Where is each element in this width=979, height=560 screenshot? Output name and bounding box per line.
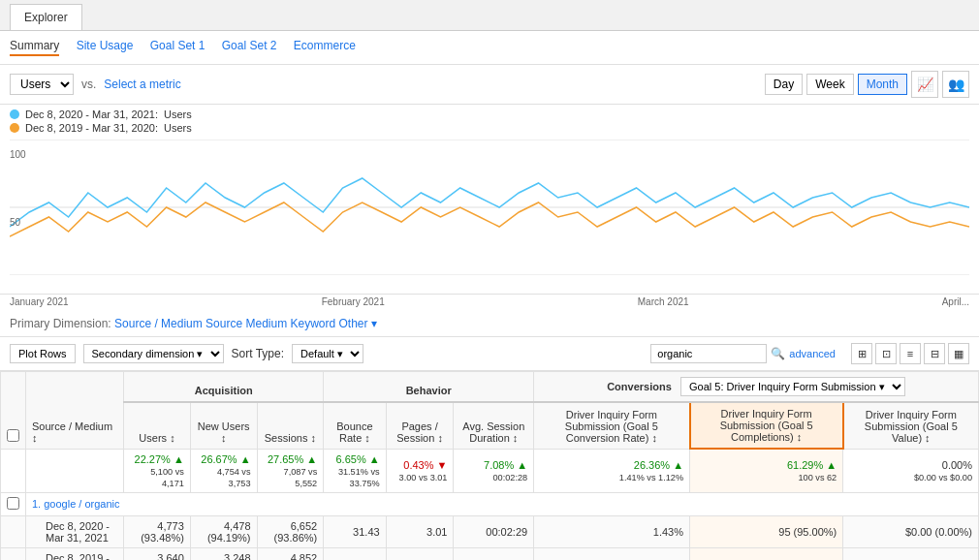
explorer-tab[interactable]: Explorer <box>10 4 82 30</box>
th-users[interactable]: Users ↕ <box>124 402 191 449</box>
th-source-medium[interactable]: Source / Medium ↕ <box>26 372 124 450</box>
legend-metric-2: Users <box>164 122 192 134</box>
totals-users: 22.27% ▲ 5,100 vs 4,171 <box>124 449 191 492</box>
day-button[interactable]: Day <box>765 74 803 95</box>
totals-conv-rate-detail: 1.41% vs 1.12% <box>619 473 683 482</box>
tab-bar: Explorer <box>0 0 979 31</box>
dim-other[interactable]: Other ▾ <box>339 317 377 330</box>
row1-link[interactable]: google / organic <box>44 498 119 510</box>
chart-area: 100 50 <box>0 140 979 295</box>
pivot-view-icon[interactable]: ⊟ <box>924 343 945 364</box>
x-label-mar: March 2021 <box>638 296 689 307</box>
totals-sessions: 27.65% ▲ 7,087 vs 5,552 <box>257 449 324 492</box>
sort-type-label: Sort Type: <box>232 347 284 360</box>
row1-sub1-value: $0.00 (0.00%) <box>843 515 979 547</box>
legend-period-2: Dec 8, 2019 - Mar 31, 2020: <box>25 122 158 134</box>
select-metric-link[interactable]: Select a metric <box>104 78 180 91</box>
totals-completions: 61.29% ▲ 100 vs 62 <box>690 449 843 492</box>
totals-bounce-rate: 6.65% ▲ 31.51% vs 33.75% <box>324 449 386 492</box>
advanced-link[interactable]: advanced <box>789 348 836 359</box>
select-all-checkbox[interactable] <box>1 372 26 450</box>
row1-sub1: Dec 8, 2020 - Mar 31, 2021 4,773 (93.48%… <box>1 515 979 547</box>
totals-duration-detail: 00:02:28 <box>493 473 528 482</box>
legend-dot-2 <box>10 123 19 133</box>
tab-goal-set1[interactable]: Goal Set 1 <box>150 39 205 52</box>
row1-sub2-value: $0.00 (0.00%) <box>843 547 979 560</box>
th-new-users[interactable]: New Users ↕ <box>190 402 257 449</box>
row1-sub2-label: Dec 8, 2019 - Mar 31, 2020 <box>26 547 124 560</box>
comparison-view-icon[interactable]: ⊡ <box>875 343 897 364</box>
sub-tabs: Summary Site Usage Goal Set 1 Goal Set 2… <box>0 31 979 65</box>
row1-sub2-conv-rate: 1.07% <box>534 547 690 560</box>
dim-keyword[interactable]: Keyword <box>291 317 336 330</box>
chart-line-icon[interactable]: 📈 <box>911 71 938 98</box>
time-selector: Day Week Month 📈 👥 <box>765 71 969 98</box>
list-view-icon[interactable]: ≡ <box>900 343 921 364</box>
totals-row: 22.27% ▲ 5,100 vs 4,171 26.67% ▲ 4,754 v… <box>1 449 979 492</box>
week-button[interactable]: Week <box>806 74 853 95</box>
search-input[interactable] <box>650 344 767 363</box>
th-avg-duration[interactable]: Avg. Session Duration ↕ <box>454 402 534 449</box>
row1-sub2-sessions: 4,852 (87.39%) <box>257 547 324 560</box>
month-button[interactable]: Month <box>858 74 907 95</box>
data-table: Source / Medium ↕ Acquisition Behavior C… <box>0 371 979 560</box>
th-sessions[interactable]: Sessions ↕ <box>257 402 324 449</box>
totals-bounce-pct: 6.65% ▲ <box>336 453 380 465</box>
totals-label <box>26 449 124 492</box>
sort-type-select[interactable]: Default ▾ <box>292 344 363 363</box>
y-label-100: 100 <box>10 149 26 160</box>
row1-sub1-sessions: 6,652 (93.86%) <box>257 515 324 547</box>
search-box: 🔍 advanced <box>650 344 836 363</box>
row1-sub1-completions: 95 (95.00%) <box>690 515 843 547</box>
totals-conv-rate: 26.36% ▲ 1.41% vs 1.12% <box>534 449 690 492</box>
x-axis: January 2021 February 2021 March 2021 Ap… <box>0 295 979 311</box>
row1-sub1-users: 4,773 (93.48%) <box>124 515 191 547</box>
row1-sub1-cb <box>1 515 26 547</box>
tab-goal-set2[interactable]: Goal Set 2 <box>222 39 277 52</box>
row1-sub1-duration: 00:02:29 <box>454 515 534 547</box>
metric-selector[interactable]: Users <box>10 74 74 95</box>
totals-pages: 0.43% ▼ 3.00 vs 3.01 <box>386 449 454 492</box>
x-label-feb: February 2021 <box>322 296 385 307</box>
th-conv-rate[interactable]: Driver Inquiry Form Submission (Goal 5 C… <box>534 402 690 449</box>
grid-view-icon[interactable]: ⊞ <box>851 343 872 364</box>
dim-source-medium[interactable]: Source / Medium <box>114 317 203 330</box>
dim-medium[interactable]: Medium <box>245 317 287 330</box>
row1-checkbox[interactable] <box>1 492 26 515</box>
row1-sub1-new-users: 4,478 (94.19%) <box>190 515 257 547</box>
totals-pages-detail: 3.00 vs 3.01 <box>399 473 448 482</box>
secondary-dimension-select[interactable]: Secondary dimension ▾ <box>83 344 224 363</box>
view-icons: ⊞ ⊡ ≡ ⊟ ▦ <box>851 343 969 364</box>
tab-summary[interactable]: Summary <box>10 39 59 56</box>
plot-rows-button[interactable]: Plot Rows <box>10 344 76 363</box>
th-bounce-rate[interactable]: Bounce Rate ↕ <box>324 402 386 449</box>
metric-row: Users vs. Select a metric Day Week Month… <box>0 65 979 105</box>
row1-sub2-new-users: 3,248 (86.54%) <box>190 547 257 560</box>
th-acquisition: Acquisition <box>124 372 324 403</box>
row1-num: 1. <box>32 498 41 510</box>
lifetime-view-icon[interactable]: ▦ <box>948 343 969 364</box>
th-behavior: Behavior <box>324 372 534 403</box>
totals-sessions-detail: 7,087 vs 5,552 <box>284 467 318 488</box>
th-conversions: Conversions Goal 5: Driver Inquiry Form … <box>534 372 979 403</box>
legend-period-1: Dec 8, 2020 - Mar 31, 2021: <box>25 109 158 120</box>
vs-label: vs. <box>81 78 96 91</box>
conversion-goal-select[interactable]: Goal 5: Driver Inquiry Form Submission ▾ <box>680 377 905 396</box>
chart-compare-icon[interactable]: 👥 <box>942 71 969 98</box>
tab-site-usage[interactable]: Site Usage <box>77 39 134 52</box>
line-chart <box>10 140 969 275</box>
totals-completions-detail: 100 vs 62 <box>799 473 837 482</box>
tab-ecommerce[interactable]: Ecommerce <box>294 39 356 52</box>
legend-item-2: Dec 8, 2019 - Mar 31, 2020: Users <box>10 122 969 134</box>
x-label-apr: April... <box>942 296 969 307</box>
search-icon[interactable]: 🔍 <box>771 347 785 360</box>
dim-source[interactable]: Source <box>205 317 242 330</box>
row1-sub2-duration: 00:02:17 <box>454 547 534 560</box>
totals-new-users: 26.67% ▲ 4,754 vs 3,753 <box>190 449 257 492</box>
totals-conv-rate-pct: 26.36% ▲ <box>634 459 683 471</box>
totals-completions-pct: 61.29% ▲ <box>787 459 837 471</box>
table-row-1: 1. google / organic <box>1 492 979 515</box>
th-pages-session[interactable]: Pages / Session ↕ <box>386 402 454 449</box>
th-value[interactable]: Driver Inquiry Form Submission (Goal 5 V… <box>843 402 979 449</box>
th-completions[interactable]: Driver Inquiry Form Submission (Goal 5 C… <box>690 402 843 449</box>
